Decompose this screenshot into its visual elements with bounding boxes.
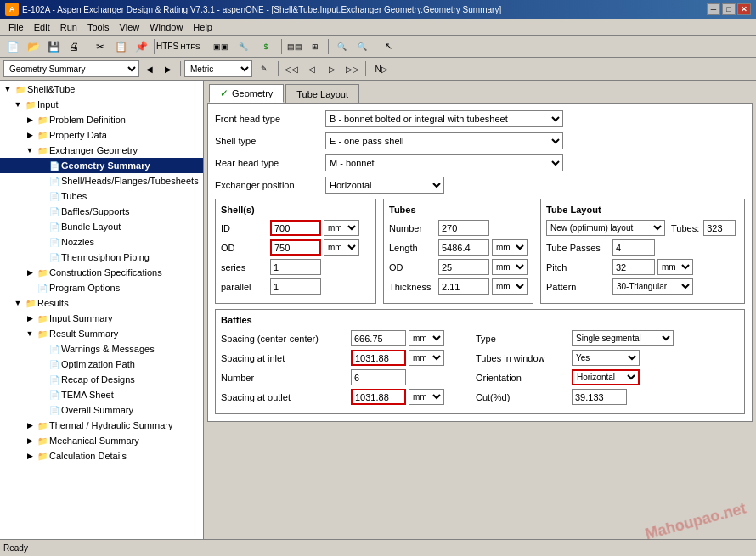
tree-input[interactable]: ▼ 📁 Input (0, 97, 203, 112)
menu-edit[interactable]: Edit (29, 19, 55, 36)
tool4[interactable]: ▤▤ (285, 37, 304, 56)
tree-result-summary[interactable]: ▼ 📁 Result Summary (0, 326, 203, 341)
paste-button[interactable]: 📌 (132, 37, 150, 56)
tab-geometry[interactable]: ✓ Geometry (209, 84, 284, 103)
maximize-button[interactable]: □ (722, 3, 736, 15)
next-form[interactable]: N▷ (370, 59, 393, 78)
tree-exchanger-geom[interactable]: ▼ 📁 Exchanger Geometry (0, 143, 203, 158)
tool1[interactable]: ▣▣ (210, 37, 232, 56)
shell-od-unit[interactable]: mm (324, 239, 359, 256)
tree-construction-specs[interactable]: ▶ 📁 Construction Specifications (0, 265, 203, 280)
tree-thermal-hydraulic[interactable]: ▶ 📁 Thermal / Hydraulic Summary (0, 418, 203, 433)
tree-calculation-details[interactable]: ▶ 📁 Calculation Details (0, 448, 203, 463)
tree-tubes[interactable]: ▶ 📄 Tubes (0, 188, 203, 204)
units-dropdown[interactable]: Metric (184, 60, 252, 77)
tree-problem-def[interactable]: ▶ 📁 Problem Definition (0, 112, 203, 127)
tubes-window-select[interactable]: Yes (572, 350, 640, 366)
nav-prev[interactable]: ◁◁ (282, 59, 301, 78)
tree-recap-designs[interactable]: ▶ 📄 Recap of Designs (0, 372, 203, 387)
pattern-select[interactable]: 30-Triangular (612, 278, 693, 295)
shell-id-input[interactable] (270, 220, 321, 236)
save-button[interactable]: 💾 (44, 37, 63, 56)
cut-input[interactable] (572, 389, 627, 405)
nav-forward[interactable]: ▶ (160, 59, 177, 78)
tree-mechanical-summary[interactable]: ▶ 📁 Mechanical Summary (0, 433, 203, 448)
tree-program-options[interactable]: ▶ 📄 Program Options (0, 280, 203, 295)
shell-id-unit[interactable]: mm (324, 220, 359, 236)
tree-input-summary[interactable]: ▶ 📁 Input Summary (0, 311, 203, 326)
pitch-input[interactable] (612, 259, 655, 275)
expand-icon[interactable]: ▼ (24, 328, 36, 340)
tubes-length-input[interactable] (438, 239, 489, 256)
search1[interactable]: 🔍 (332, 37, 351, 56)
tubes-number-input[interactable] (438, 220, 489, 236)
pitch-unit[interactable]: mm (657, 259, 693, 275)
menu-file[interactable]: File (3, 19, 29, 36)
tree-geometry-summary[interactable]: ▶ 📄 Geometry Summary (0, 158, 203, 173)
tubes-length-unit[interactable]: mm (492, 239, 528, 256)
tree-shell-heads[interactable]: ▶ 📄 Shell/Heads/Flanges/Tubesheets (0, 173, 203, 188)
nav-next[interactable]: ▷ (323, 59, 341, 78)
shell-type-select[interactable]: E - one pass shell (325, 132, 563, 149)
spacing-inlet-input[interactable] (351, 350, 406, 366)
rear-head-select[interactable]: M - bonnet (325, 154, 563, 171)
spacing-inlet-unit[interactable]: mm (409, 350, 444, 366)
nav-back[interactable]: ◀ (141, 59, 158, 78)
tool2[interactable]: 🔧 (234, 37, 252, 56)
menu-view[interactable]: View (115, 19, 145, 36)
spacing-cc-input[interactable] (351, 330, 406, 346)
expand-icon[interactable]: ▼ (2, 83, 14, 95)
tree-property-data[interactable]: ▶ 📁 Property Data (0, 127, 203, 143)
new-button[interactable]: 📄 (3, 37, 22, 56)
nav-next2[interactable]: ▷▷ (343, 59, 362, 78)
menu-run[interactable]: Run (55, 19, 82, 36)
orientation-select[interactable]: Horizontal (572, 369, 640, 385)
tubes-thickness-input[interactable] (438, 278, 489, 295)
baffles-type-select[interactable]: Single segmental (572, 330, 674, 346)
copy-button[interactable]: 📋 (111, 37, 130, 56)
tree-results[interactable]: ▼ 📁 Results (0, 295, 203, 311)
expand-icon[interactable]: ▶ (24, 435, 36, 446)
print-button[interactable]: 🖨 (65, 37, 83, 56)
tree-thermosiphon[interactable]: ▶ 📄 Thermosiphon Piping (0, 250, 203, 265)
nav-prev2[interactable]: ◁ (302, 59, 321, 78)
cut-button[interactable]: ✂ (91, 37, 110, 56)
tab-tube-layout[interactable]: Tube Layout (285, 84, 359, 103)
units-edit[interactable]: ✎ (254, 59, 274, 78)
tree-overall-summary[interactable]: ▶ 📄 Overall Summary (0, 402, 203, 418)
spacing-outlet-input[interactable] (351, 389, 406, 405)
tree-baffles-supports[interactable]: ▶ 📄 Baffles/Supports (0, 204, 203, 219)
expand-icon[interactable]: ▼ (12, 98, 24, 110)
exchanger-pos-select[interactable]: Horizontal (325, 177, 444, 194)
expand-icon[interactable]: ▶ (24, 450, 36, 462)
layout-type-select[interactable]: New (optimum) layout (546, 220, 665, 236)
expand-icon[interactable]: ▶ (24, 129, 36, 141)
tree-nozzles[interactable]: ▶ 📄 Nozzles (0, 234, 203, 250)
tree-tema-sheet[interactable]: ▶ 📄 TEMA Sheet (0, 387, 203, 402)
tubes-od-unit[interactable]: mm (492, 259, 528, 275)
shell-parallel-input[interactable] (270, 278, 321, 295)
expand-icon[interactable]: ▶ (24, 312, 36, 324)
tree-bundle-layout[interactable]: ▶ 📄 Bundle Layout (0, 219, 203, 234)
expand-icon[interactable]: ▶ (24, 419, 36, 431)
menu-window[interactable]: Window (144, 19, 188, 36)
baffles-number-input[interactable] (351, 369, 406, 385)
menu-tools[interactable]: Tools (82, 19, 115, 36)
tool5[interactable]: ⊞ (306, 37, 324, 56)
expand-icon[interactable]: ▼ (12, 297, 24, 309)
shell-series-input[interactable] (270, 259, 321, 275)
tree-root[interactable]: ▼ 📁 Shell&Tube (0, 81, 203, 97)
minimize-button[interactable]: ─ (707, 3, 720, 15)
tool3[interactable]: $ (254, 37, 278, 56)
open-button[interactable]: 📂 (24, 37, 42, 56)
tubes-thickness-unit[interactable]: mm (492, 278, 528, 295)
expand-icon[interactable]: ▶ (24, 267, 36, 278)
breadcrumb-dropdown[interactable]: Geometry Summary (3, 60, 139, 77)
search2[interactable]: 🔍 (353, 37, 371, 56)
redo-button[interactable]: HTFS (178, 37, 202, 56)
shell-od-input[interactable] (270, 239, 321, 256)
spacing-cc-unit[interactable]: mm (409, 330, 444, 346)
expand-icon[interactable]: ▼ (24, 144, 36, 156)
menu-help[interactable]: Help (188, 19, 217, 36)
tubes-count-input[interactable] (703, 220, 736, 236)
